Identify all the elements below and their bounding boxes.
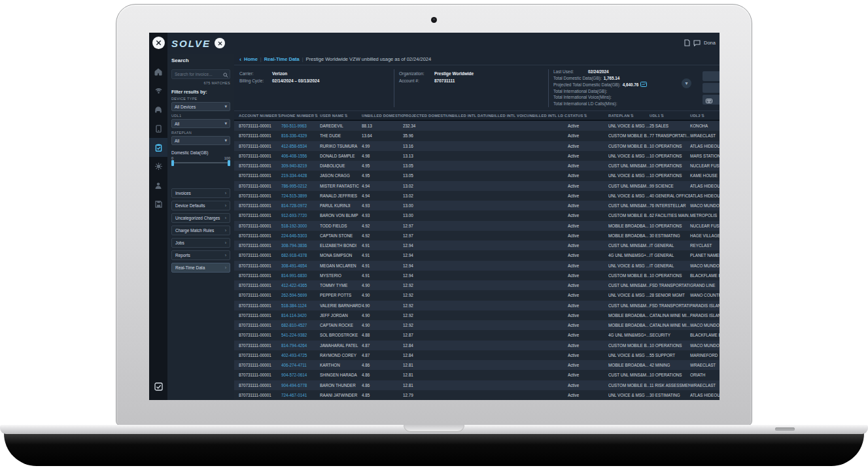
sidebar-item-reports[interactable]: Reports › [171,250,230,260]
column-header-account-number[interactable]: ACCOUNT NUMBER⇅ [239,113,281,118]
table-row[interactable]: 870731111-00001904-494-6778BARON THUNDER… [234,380,720,390]
phone-number-cell[interactable]: 224-646-5303 [281,233,320,238]
user-menu[interactable]: Dona [704,40,716,46]
phone-number-cell[interactable]: 518-192-3000 [281,224,320,228]
headphones-icon[interactable] [149,100,167,119]
table-row[interactable]: 870731111-00001814-991-6830MYSTERIO4.911… [234,271,720,280]
phone-number-cell[interactable]: 682-918-4378 [281,253,320,258]
table-row[interactable]: 870731111-00001518-384-1124VALERIE BARNH… [234,301,720,310]
solve-emblem-icon[interactable] [152,37,165,49]
phone-number-cell[interactable]: 912-693-7720 [281,213,320,218]
chat-icon[interactable] [693,40,701,46]
slider-handle-min[interactable] [171,160,174,166]
column-header-projected-domestic-d[interactable]: PROJECTED DOMESTIC D [403,114,446,118]
phone-number-cell[interactable]: 760-511-9963 [281,124,320,128]
back-chevron-icon[interactable]: ‹ [239,56,241,63]
column-header-rateplan[interactable]: RATEPLAN⇅ [608,113,650,118]
phone-number-cell[interactable]: 308-794-3836 [281,243,320,248]
table-row[interactable]: 870731111-00001309-940-8219DIABOLIQUE4.9… [234,161,720,171]
slider-handle-max[interactable] [228,160,230,166]
column-header-user-name[interactable]: USER NAME⇅ [320,113,362,118]
sidebar-item-charge-match-rules[interactable]: Charge Match Rules › [171,226,230,235]
filter-select-rateplan[interactable]: All ▾ [171,136,230,145]
table-row[interactable]: 870731111-00001786-995-0212MISTER FANTAS… [234,181,720,191]
table-row[interactable]: 870731111-00001224-646-5303CAPTAIN STONE… [234,231,720,241]
phone-number-cell[interactable]: 518-384-1124 [281,303,320,308]
table-row[interactable]: 870731111-00001308-491-4654MEGAN MCLAREN… [234,261,720,271]
table-row[interactable]: 870731111-00001262-594-5699PEPPER POTTS4… [234,290,720,300]
device-icon[interactable] [149,119,167,138]
table-row[interactable]: 870731111-00001308-794-3836ELIZABETH BON… [234,241,720,250]
phone-number-cell[interactable]: 402-493-4725 [281,353,320,358]
table-row[interactable]: 870731111-00001814-794-4264JAWAHARAL PAT… [234,341,720,350]
phone-number-cell[interactable]: 406-408-1556 [281,154,320,158]
chart-icon[interactable] [640,82,647,87]
column-header-status[interactable]: STATUS⇅ [568,113,608,118]
table-row[interactable]: 870731111-00001816-336-4329THE DUDE13.64… [234,131,720,141]
phone-number-cell[interactable]: 814-114-3420 [281,313,320,318]
phone-number-cell[interactable]: 724-515-3899 [281,193,320,198]
column-header-unbilled-intl-data[interactable]: UNBILLED INTL DATA [446,114,485,118]
table-row[interactable]: 870731111-00001912-693-7720BARON VON BLI… [234,210,720,220]
side-action-button-2[interactable] [703,83,720,93]
phone-number-cell[interactable]: 724-467-0141 [281,393,320,397]
phone-number-cell[interactable]: 814-794-4264 [281,343,320,348]
checkbox-icon[interactable] [154,382,163,393]
phone-number-cell[interactable]: 412-422-4365 [281,283,320,288]
table-row[interactable]: 870731111-00001682-918-4378MONA SIMPSON4… [234,250,720,260]
integrations-icon[interactable] [149,157,167,176]
side-action-button-1[interactable] [703,71,720,81]
phone-number-cell[interactable]: 219-334-4428 [281,173,320,178]
phone-number-cell[interactable]: 786-995-0212 [281,184,320,188]
table-row[interactable]: 870731111-00001814-728-0972PARUL KURINJI… [234,201,720,210]
table-row[interactable]: 870731111-00001406-408-1556DONALD SAMPLE… [234,151,720,161]
sidebar-item-jobs[interactable]: Jobs › [171,238,230,248]
table-row[interactable]: 870731111-00001219-334-4428JASON CRAGG4.… [234,171,720,180]
table-row[interactable]: 870731111-00001904-572-0614SHINGEN HARAD… [234,370,720,380]
phone-number-cell[interactable]: 814-728-0972 [281,203,320,208]
breadcrumb-home[interactable]: Home [244,56,258,62]
sidebar-item-uncategorized-charges[interactable]: Uncategorized Charges › [171,213,230,223]
table-row[interactable]: 870731111-00001814-114-3420JEFF JORDAN4.… [234,310,720,320]
phone-number-cell[interactable]: 904-494-6778 [281,383,320,388]
column-header-unbilled-intl-ld-ca[interactable]: UNBILLED INTL LD CA [527,114,568,118]
save-icon[interactable] [149,195,167,214]
phone-number-cell[interactable]: 541-224-9382 [281,333,320,337]
filter-select-device-type[interactable]: All Devices ▾ [171,102,230,111]
phone-number-cell[interactable]: 904-572-0614 [281,373,320,377]
clipboard-icon[interactable] [149,138,167,157]
column-header-udl1[interactable]: UDL1⇅ [650,113,690,118]
table-row[interactable]: 870731111-00001724-467-0141RAANI JATWIND… [234,390,720,400]
phone-number-cell[interactable]: 814-991-6830 [281,273,320,278]
collapse-chevron-down-icon[interactable]: ▾ [682,78,691,88]
sidebar-item-real-time-data[interactable]: Real-Time Data › [171,263,230,273]
network-icon[interactable] [149,81,167,100]
sidebar-item-device-defaults[interactable]: Device Defaults › [171,201,230,210]
column-header-udl2[interactable]: UDL2⇅ [690,113,720,118]
column-header-phone-number[interactable]: PHONE NUMBER⇅ [281,113,320,118]
phone-number-cell[interactable]: 308-491-4654 [281,263,320,268]
phone-number-cell[interactable]: 682-810-4527 [281,323,320,327]
table-row[interactable]: 870731111-00001682-810-4527CAPTAIN ROCKE… [234,320,720,330]
table-row[interactable]: 870731111-00001412-422-4365TOMMY TYME4.9… [234,280,720,290]
document-icon[interactable] [684,39,690,46]
table-row[interactable]: 870731111-00001724-515-3899RANALD JEFFRI… [234,191,720,201]
filter-select-udl1[interactable]: All ▾ [171,119,230,128]
table-row[interactable]: 870731111-00001760-511-9963DAREDEVIL88.1… [234,121,720,131]
home-icon[interactable] [149,62,167,81]
table-row[interactable]: 870731111-00001541-224-9382SOL BRODSTROK… [234,330,720,340]
table-row[interactable]: 870731111-00001518-192-3000TODD FIELDS4.… [234,221,720,231]
export-button[interactable] [703,95,720,105]
phone-number-cell[interactable]: 406-274-4711 [281,363,320,367]
column-header-unbilled-intl-voice[interactable]: UNBILLED INTL VOICE [485,114,527,118]
user-icon[interactable] [149,176,167,195]
phone-number-cell[interactable]: 412-858-6534 [281,144,320,148]
domestic-data-slider[interactable] [171,160,230,166]
phone-number-cell[interactable]: 816-336-4329 [281,133,320,138]
column-header-unbilled-domestic[interactable]: UNBILLED DOMESTIC⇅ [362,113,403,118]
table-row[interactable]: 870731111-00001406-274-4711KARTHON4.8612… [234,360,720,370]
sidebar-item-invoices[interactable]: Invoices › [171,188,230,198]
table-row[interactable]: 870731111-00001412-858-6534RURIKO TSUMUR… [234,141,720,151]
breadcrumb-realtime-data[interactable]: Real-Time Data [264,56,300,62]
search-input[interactable] [171,69,230,79]
